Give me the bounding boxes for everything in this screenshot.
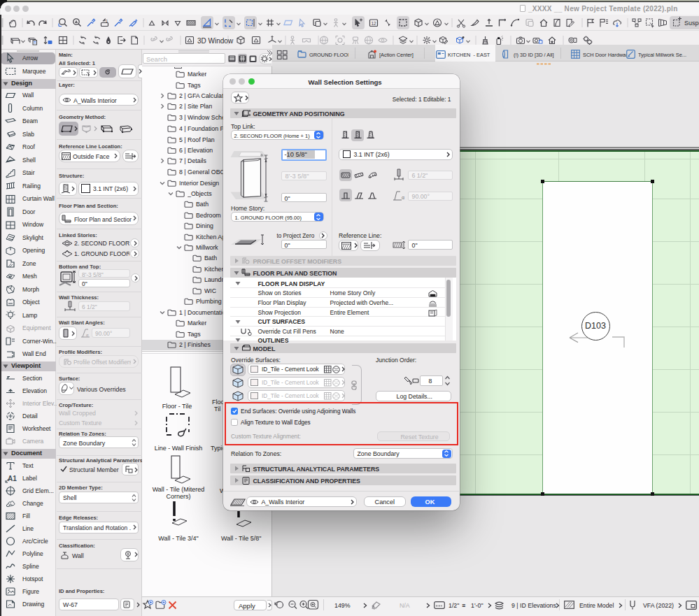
svg-text:α: α [86,333,89,337]
svg-text:12: 12 [372,21,377,26]
svg-text:Suspe: Suspe [684,20,699,27]
svg-text:1: 1 [106,19,108,23]
svg-text:A1: A1 [8,475,17,482]
svg-text:α: α [402,195,404,200]
svg-text:3D Window: 3D Window [197,37,234,45]
